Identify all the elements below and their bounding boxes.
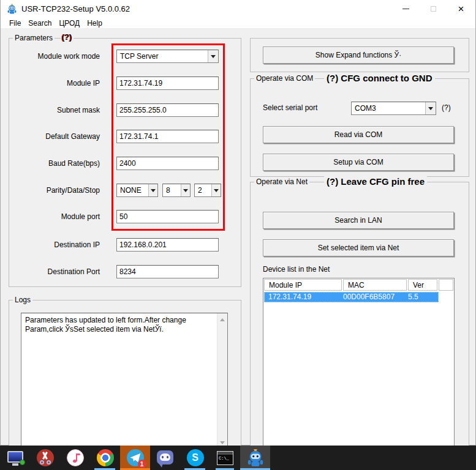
table-row-selected[interactable]: 172.31.74.19 00D00F6B5807 5.5: [264, 292, 439, 302]
param-row: Subnet mask: [13, 103, 229, 117]
serial-port-value: COM3: [355, 104, 376, 113]
screenshot-tool-icon: [37, 449, 54, 466]
menu-search[interactable]: Search: [25, 19, 55, 28]
label-select-serial-port: Select serial port: [263, 103, 317, 112]
menu-help[interactable]: Help: [83, 19, 106, 28]
stop-bits-value: 2: [198, 186, 202, 195]
module-work-mode-select[interactable]: TCP Server: [116, 50, 219, 63]
chevron-down-icon[interactable]: [425, 102, 436, 114]
setup-via-com-button[interactable]: Setup via COM: [263, 154, 454, 171]
column-header-empty: [439, 279, 453, 291]
serial-port-select[interactable]: COM3: [351, 102, 436, 115]
app-window: USR-TCP232-Setup V5.0.0.62 × File Search…: [0, 0, 476, 446]
label-subnet-mask: Subnet mask: [13, 103, 100, 117]
data-bits-select[interactable]: 8: [162, 184, 191, 197]
destination-port-field[interactable]: [116, 265, 219, 278]
column-header-module-ip[interactable]: Module IP: [264, 279, 342, 291]
default-gateway-field[interactable]: [116, 130, 219, 143]
net-group-title: Operate via Net: [254, 177, 309, 186]
param-row: Default Gateway: [13, 130, 229, 143]
chevron-down-icon[interactable]: [181, 184, 190, 196]
parameters-group-title: Parameters: [13, 34, 55, 42]
device-list-label: Device list in the Net: [263, 265, 330, 274]
label-default-gateway: Default Gateway: [13, 130, 100, 143]
param-row: Module work mode TCP Server: [13, 50, 229, 63]
taskbar-telegram-button[interactable]: 1: [120, 446, 150, 470]
taskbar-usr-setup-button[interactable]: [240, 446, 270, 470]
maximize-icon: [431, 6, 436, 12]
logs-text: Parameters has updated to left form.Afte…: [25, 316, 214, 334]
menu-file[interactable]: File: [6, 19, 25, 28]
param-row: Baud Rate(bps): [13, 157, 229, 170]
param-row: Destination Port: [13, 265, 229, 278]
title-bar: USR-TCP232-Setup V5.0.0.62 ×: [1, 0, 475, 18]
chrome-icon: [97, 449, 114, 466]
column-header-ver[interactable]: Ver: [408, 279, 437, 291]
logs-textarea[interactable]: Parameters has updated to left form.Afte…: [21, 313, 228, 446]
module-ip-field[interactable]: [116, 76, 219, 90]
taskbar: 1 S C:\_: [0, 446, 476, 470]
taskbar-discord-button[interactable]: [150, 446, 180, 470]
logs-group: Logs Parameters has updated to left form…: [9, 300, 241, 446]
window-title: USR-TCP232-Setup V5.0.0.62: [21, 4, 130, 13]
cell-ver: 5.5: [408, 292, 439, 302]
label-baud-rate: Baud Rate(bps): [13, 157, 100, 170]
baud-rate-field[interactable]: [116, 157, 219, 170]
label-module-work-mode: Module work mode: [13, 50, 100, 63]
scroll-down-icon[interactable]: [220, 441, 225, 444]
stop-bits-select[interactable]: 2: [194, 184, 221, 197]
taskbar-skype-button[interactable]: S: [180, 446, 210, 470]
menu-bar: File Search ЦРОД Help: [1, 18, 475, 28]
set-selected-item-button[interactable]: Set selected item via Net: [263, 239, 454, 256]
minimize-button[interactable]: [393, 0, 419, 18]
taskbar-remote-desktop-button[interactable]: [0, 446, 30, 470]
device-list-table[interactable]: Module IP MAC Ver 172.31.74.19 00D00F6B5…: [263, 278, 455, 446]
expand-group: Show Expand functions Ў·: [250, 38, 469, 72]
skype-icon: S: [187, 449, 204, 466]
chevron-down-icon[interactable]: [208, 50, 218, 62]
param-row: Parity/Data/Stop NONE 8 2: [13, 184, 229, 197]
parameters-help-hint: (?): [61, 32, 74, 42]
maximize-button[interactable]: [420, 0, 447, 18]
module-work-mode-value: TCP Server: [120, 52, 158, 61]
taskbar-music-player-button[interactable]: [60, 446, 90, 470]
com-group-hint: (?) CFG connect to GND: [324, 72, 435, 84]
parity-value: NONE: [120, 186, 142, 195]
search-in-lan-button[interactable]: Search in LAN: [263, 212, 454, 229]
destination-ip-field[interactable]: [116, 238, 219, 252]
discord-icon: [157, 450, 173, 464]
remote-desktop-icon: [7, 451, 23, 463]
logs-scrollbar[interactable]: [217, 313, 227, 446]
serial-port-help-hint: (?): [442, 103, 451, 112]
parity-select[interactable]: NONE: [116, 184, 158, 197]
telegram-icon: 1: [127, 449, 144, 466]
label-module-ip: Module IP: [13, 76, 100, 90]
module-port-field[interactable]: [116, 210, 219, 223]
taskbar-screenshot-tool-button[interactable]: [30, 446, 60, 470]
param-row: Module port: [13, 210, 229, 223]
operate-via-com-group: Operate via COM (?) CFG connect to GND S…: [250, 78, 469, 177]
app-logo-icon: [7, 4, 17, 14]
taskbar-command-prompt-button[interactable]: C:\_: [210, 446, 240, 470]
param-row: Destination IP: [13, 238, 229, 252]
usr-setup-icon: [246, 449, 265, 467]
column-header-mac[interactable]: MAC: [343, 279, 407, 291]
taskbar-chrome-button[interactable]: [90, 446, 120, 470]
label-module-port: Module port: [13, 210, 100, 223]
chevron-down-icon[interactable]: [148, 184, 157, 196]
command-prompt-icon: C:\_: [217, 451, 233, 465]
subnet-mask-field[interactable]: [116, 103, 219, 117]
menu-lang[interactable]: ЦРОД: [55, 19, 83, 28]
cell-module-ip: 172.31.74.19: [264, 292, 343, 302]
close-button[interactable]: ×: [448, 0, 474, 18]
read-via-com-button[interactable]: Read via COM: [263, 126, 454, 143]
parameters-group: Parameters (?) Module work mode TCP Serv…: [9, 38, 241, 287]
operate-via-net-group: Operate via Net (?) Leave CFG pin free S…: [250, 182, 469, 446]
minimize-icon: [402, 9, 409, 9]
com-group-title: Operate via COM: [254, 74, 315, 83]
cell-mac: 00D00F6B5807: [343, 292, 408, 302]
chevron-down-icon[interactable]: [211, 184, 221, 196]
show-expand-functions-button[interactable]: Show Expand functions Ў·: [263, 47, 454, 64]
data-bits-value: 8: [166, 186, 170, 195]
scroll-up-icon[interactable]: [220, 318, 225, 321]
